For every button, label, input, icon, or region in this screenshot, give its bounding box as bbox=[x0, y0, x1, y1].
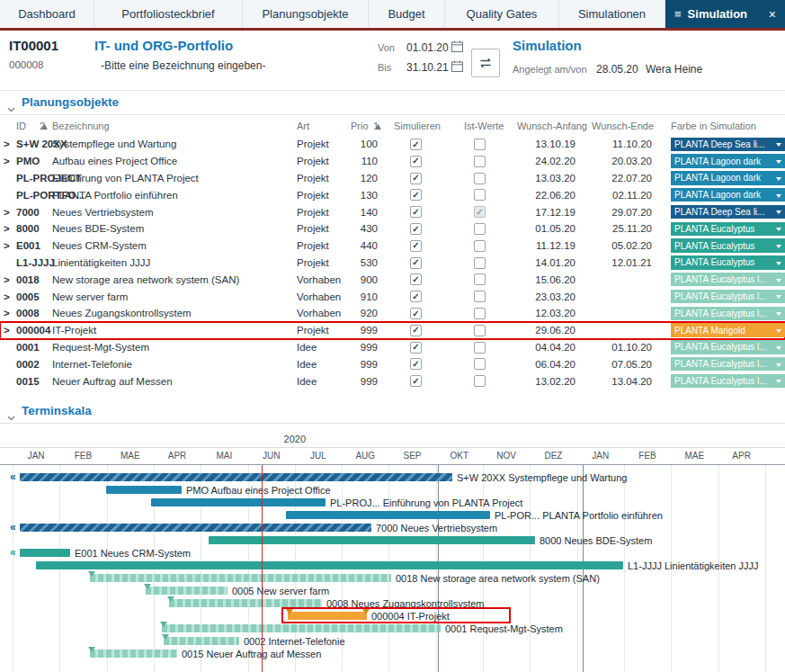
ist-werte-checkbox[interactable] bbox=[474, 358, 486, 370]
table-row-0018[interactable]: >0018New storage area network system (SA… bbox=[0, 271, 785, 288]
ist-werte-checkbox[interactable] bbox=[474, 173, 486, 184]
tab-simulation-active[interactable]: ≡ Simulation × bbox=[665, 0, 785, 28]
expander-icon[interactable]: > bbox=[4, 322, 13, 339]
simulieren-checkbox[interactable] bbox=[410, 206, 422, 218]
recalculate-button[interactable] bbox=[471, 49, 500, 77]
color-dropdown[interactable]: PLANTA Eucalyptus l... bbox=[671, 273, 785, 287]
tab-planungsobjekte[interactable]: Planungsobjekte bbox=[243, 0, 369, 28]
expander-icon[interactable]: > bbox=[4, 237, 13, 255]
calendar-icon[interactable] bbox=[451, 60, 463, 72]
gantt-bar-8000-neues-bde-system[interactable] bbox=[209, 536, 535, 544]
color-dropdown[interactable]: PLANTA Marigold bbox=[671, 323, 785, 337]
col-header-simulieren[interactable]: Simulieren bbox=[394, 121, 441, 131]
color-dropdown[interactable]: PLANTA Lagoon dark bbox=[671, 154, 785, 168]
expander-icon[interactable]: > bbox=[4, 271, 13, 288]
cell-id[interactable]: E001 bbox=[16, 237, 40, 255]
color-dropdown[interactable]: PLANTA Eucalyptus bbox=[671, 222, 785, 237]
col-header-bezeichnung[interactable]: Bezeichnung bbox=[52, 121, 110, 131]
table-row-8000[interactable]: >8000Neues BDE-SystemProjekt43001.05.202… bbox=[0, 220, 785, 237]
expander-icon[interactable]: > bbox=[4, 288, 13, 305]
gantt-bar-0008-neues-zugangskontrollsystem[interactable] bbox=[169, 599, 322, 607]
color-dropdown[interactable]: PLANTA Eucalyptus l... bbox=[671, 357, 785, 372]
ist-werte-checkbox[interactable] bbox=[474, 273, 486, 285]
ist-werte-checkbox[interactable] bbox=[474, 189, 486, 201]
col-header-ist-werte[interactable]: Ist-Werte bbox=[464, 121, 504, 131]
color-dropdown[interactable]: PLANTA Deep Sea li... bbox=[671, 205, 785, 220]
gantt-bar-pmo-aufbau-eines-project-office[interactable] bbox=[106, 486, 182, 494]
section-terminskala[interactable]: Terminskala bbox=[0, 403, 785, 423]
expander-icon[interactable]: > bbox=[4, 305, 13, 322]
cell-id[interactable]: 0008 bbox=[16, 305, 40, 322]
cell-id[interactable]: 8000 bbox=[16, 220, 40, 237]
simulieren-checkbox[interactable] bbox=[410, 358, 422, 370]
table-row-e001[interactable]: >E001Neues CRM-SystemProjekt44011.12.190… bbox=[0, 237, 785, 255]
table-row-s-w-20xx[interactable]: >S+W 20XXSystempflege und WartungProjekt… bbox=[0, 136, 785, 153]
simulieren-checkbox[interactable] bbox=[410, 173, 422, 184]
simulieren-checkbox[interactable] bbox=[410, 257, 422, 269]
cell-id[interactable]: 0015 bbox=[16, 372, 40, 390]
color-dropdown[interactable]: PLANTA Lagoon dark bbox=[671, 171, 785, 185]
expander-icon[interactable]: > bbox=[4, 203, 13, 220]
table-row-0005[interactable]: >0005New server farmVorhaben91023.03.20P… bbox=[0, 288, 785, 305]
col-header-prio[interactable]: Prio bbox=[351, 121, 369, 131]
expander-icon[interactable]: > bbox=[4, 220, 13, 237]
col-header-farbe[interactable]: Farbe in Simulation bbox=[671, 121, 756, 131]
color-dropdown[interactable]: PLANTA Eucalyptus l... bbox=[671, 374, 785, 389]
gantt-bar-s-w-20xx-systempflege-und-wartung[interactable] bbox=[20, 473, 452, 481]
ist-werte-checkbox[interactable] bbox=[474, 257, 486, 269]
simulieren-checkbox[interactable] bbox=[410, 240, 422, 252]
expander-icon[interactable]: > bbox=[4, 136, 13, 153]
simulieren-checkbox[interactable] bbox=[410, 156, 422, 167]
color-dropdown[interactable]: PLANTA Eucalyptus l... bbox=[671, 290, 785, 304]
col-header-wunsch-anfang[interactable]: Wunsch-Anfang bbox=[504, 121, 587, 131]
cell-id[interactable]: L1-JJJJ bbox=[16, 255, 55, 272]
gantt-bar-0005-new-server-farm[interactable] bbox=[146, 587, 227, 595]
col-header-art[interactable]: Art bbox=[297, 121, 309, 131]
gantt-bar-0015-neuer-auftrag-auf-messen[interactable] bbox=[90, 650, 177, 658]
gantt-bar-pl-proj-einführung-von-planta-project[interactable] bbox=[151, 498, 326, 506]
table-row-0002[interactable]: 0002Internet-TelefonieIdee99906.04.2007.… bbox=[0, 355, 785, 372]
simulieren-checkbox[interactable] bbox=[410, 342, 422, 354]
cell-id[interactable]: 0018 bbox=[16, 271, 40, 288]
ist-werte-checkbox[interactable] bbox=[474, 308, 486, 319]
ist-werte-checkbox[interactable] bbox=[474, 156, 486, 167]
expander-icon[interactable]: > bbox=[4, 153, 13, 170]
tab-simulationen[interactable]: Simulationen bbox=[559, 0, 665, 28]
gantt-bar-e001-neues-crm-system[interactable] bbox=[20, 549, 70, 557]
table-row-0008[interactable]: >0008Neues ZugangskontrollsystemVorhaben… bbox=[0, 305, 785, 322]
table-row-pl-project[interactable]: PL-PROJECTEinführung von PLANTA ProjectP… bbox=[0, 170, 785, 187]
color-dropdown[interactable]: PLANTA Deep Sea li... bbox=[671, 138, 785, 152]
table-row-000004[interactable]: >000004IT-ProjektProjekt99929.06.20PLANT… bbox=[0, 322, 785, 339]
table-row-l1-jjjj[interactable]: L1-JJJJLinientätigkeiten JJJJProjekt5301… bbox=[0, 255, 785, 272]
simulieren-checkbox[interactable] bbox=[410, 308, 422, 319]
gantt-bar-0001-request-mgt-system[interactable] bbox=[162, 624, 441, 632]
cell-id[interactable]: PMO bbox=[16, 153, 40, 170]
calendar-icon[interactable] bbox=[451, 40, 463, 52]
col-header-id[interactable]: ID bbox=[16, 121, 26, 131]
table-row-pl-portfo[interactable]: PL-PORTFO...PLANTA Portfolio einführenPr… bbox=[0, 186, 785, 203]
cell-id[interactable]: 0001 bbox=[16, 339, 40, 356]
color-dropdown[interactable]: PLANTA Eucalyptus bbox=[671, 238, 785, 253]
gantt-bar-7000-neues-vertriebsystem[interactable] bbox=[20, 524, 371, 532]
color-dropdown[interactable]: PLANTA Lagoon dark bbox=[671, 188, 785, 202]
portfolio-subtitle[interactable]: -Bitte eine Bezeichnung eingeben- bbox=[101, 59, 265, 72]
gantt-bar-0002-internet-telefonie[interactable] bbox=[164, 637, 239, 645]
simulieren-checkbox[interactable] bbox=[410, 375, 422, 387]
color-dropdown[interactable]: PLANTA Eucalyptus l... bbox=[671, 307, 785, 321]
section-planungsobjekte[interactable]: Planungsobjekte bbox=[0, 94, 785, 114]
gantt-bar-0018-new-storage-area-network-system-san[interactable] bbox=[90, 574, 391, 582]
gantt-bar-l1-jjjj-linientätigkeiten-jjjj[interactable] bbox=[36, 561, 623, 569]
table-row-0015[interactable]: 0015Neuer Auftrag auf MessenIdee99913.02… bbox=[0, 372, 785, 390]
ist-werte-checkbox[interactable] bbox=[474, 206, 486, 218]
color-dropdown[interactable]: PLANTA Eucalyptus bbox=[671, 255, 785, 270]
simulieren-checkbox[interactable] bbox=[410, 273, 422, 285]
tab-budget[interactable]: Budget bbox=[369, 0, 445, 28]
bis-date-field[interactable]: 31.10.21 bbox=[406, 61, 449, 74]
von-date-field[interactable]: 01.01.20 bbox=[406, 41, 449, 54]
gantt-bar-pl-por-planta-portfolio-einführen[interactable] bbox=[286, 511, 490, 519]
tab-dashboard[interactable]: Dashboard bbox=[0, 0, 94, 28]
ist-werte-checkbox[interactable] bbox=[474, 223, 486, 235]
simulieren-checkbox[interactable] bbox=[410, 139, 422, 150]
ist-werte-checkbox[interactable] bbox=[474, 139, 486, 150]
ist-werte-checkbox[interactable] bbox=[474, 240, 486, 252]
